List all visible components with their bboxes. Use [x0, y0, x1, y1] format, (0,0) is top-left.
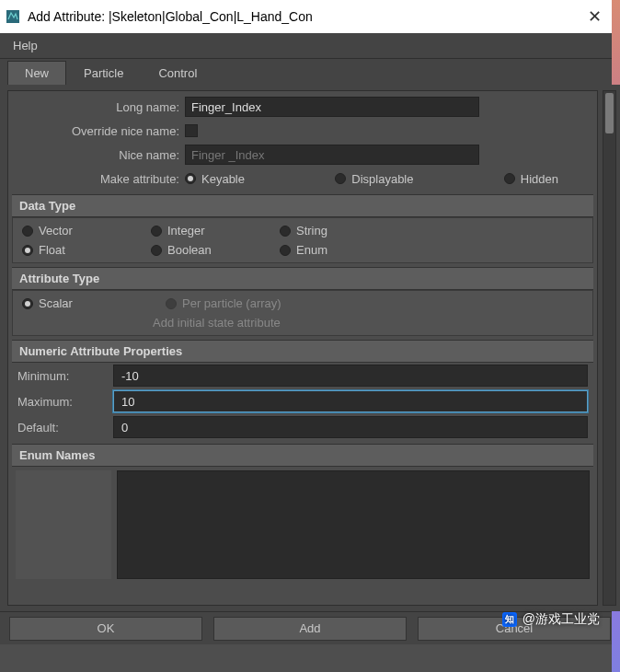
enum-labels-area [16, 470, 111, 579]
radio-perparticle: Per particle (array) [166, 296, 281, 310]
nice-name-label: Nice name: [12, 148, 185, 162]
menu-help[interactable]: Help [7, 35, 43, 56]
radio-scalar[interactable]: Scalar [22, 296, 140, 310]
radio-string[interactable]: String [280, 224, 383, 238]
minimum-label: Minimum: [12, 369, 113, 383]
default-label: Default: [12, 421, 113, 434]
zhihu-icon: 知 [502, 612, 517, 627]
radio-integer[interactable]: Integer [151, 224, 254, 238]
watermark: 知 @游戏工业党 [502, 611, 600, 628]
radio-keyable[interactable]: Keyable [185, 172, 245, 186]
titlebar: Add Attribute: |Skeleton|Global_Con|L_Ha… [0, 0, 620, 33]
window-title: Add Attribute: |Skeleton|Global_Con|L_Ha… [28, 9, 574, 24]
add-button[interactable]: Add [213, 617, 407, 641]
section-numeric: Numeric Attribute Properties [12, 340, 593, 363]
override-nice-label: Override nice name: [12, 124, 185, 138]
long-name-input[interactable] [185, 97, 479, 117]
main-panel: Long name: Override nice name: Nice name… [7, 90, 598, 606]
minimum-input[interactable] [113, 365, 588, 387]
radio-float[interactable]: Float [22, 243, 125, 257]
section-attrtype: Attribute Type [12, 267, 593, 290]
app-icon [6, 9, 20, 24]
tab-new[interactable]: New [7, 61, 66, 86]
long-name-label: Long name: [12, 100, 185, 114]
maximum-label: Maximum: [12, 395, 113, 409]
close-icon[interactable]: ✕ [574, 6, 614, 27]
radio-vector[interactable]: Vector [22, 224, 125, 238]
ok-button[interactable]: OK [9, 617, 202, 641]
scrollbar-thumb[interactable] [605, 93, 614, 133]
default-input[interactable] [113, 416, 588, 438]
make-attr-label: Make attribute: [12, 172, 185, 186]
tabbar: New Particle Control [0, 59, 620, 85]
radio-boolean[interactable]: Boolean [151, 243, 254, 257]
section-datatype: Data Type [12, 194, 593, 217]
scrollbar[interactable] [603, 90, 616, 606]
section-enum: Enum Names [12, 444, 593, 467]
radio-displayable[interactable]: Displayable [335, 172, 413, 186]
tab-particle[interactable]: Particle [66, 61, 141, 85]
override-nice-checkbox[interactable] [185, 124, 198, 137]
addinitial-label: Add initial state attribute [153, 316, 281, 330]
radio-enum[interactable]: Enum [280, 243, 383, 257]
nice-name-input [185, 145, 479, 165]
menubar: Help [0, 33, 620, 59]
tab-control[interactable]: Control [141, 61, 214, 85]
radio-hidden[interactable]: Hidden [504, 172, 558, 186]
enum-list[interactable] [117, 470, 590, 579]
maximum-input[interactable] [113, 390, 588, 412]
